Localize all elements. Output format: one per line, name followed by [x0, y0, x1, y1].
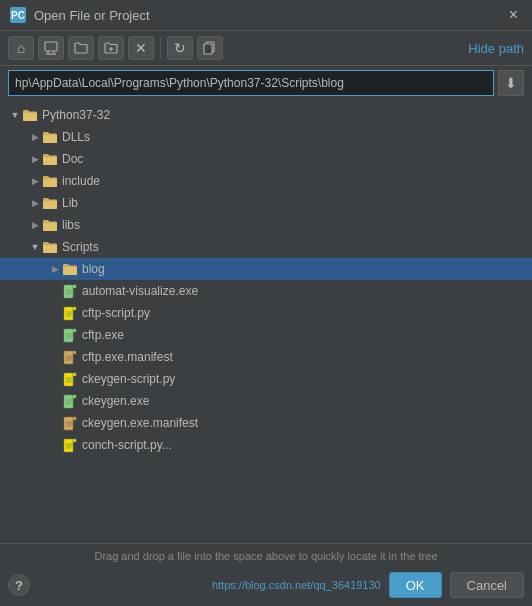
tree-item-label: Python37-32: [42, 108, 110, 122]
tree-item-label: ckeygen-script.py: [82, 372, 175, 386]
refresh-button[interactable]: ↻: [167, 36, 193, 60]
close-button[interactable]: ×: [505, 6, 522, 24]
tree-item[interactable]: ▼ Scripts: [0, 236, 532, 258]
svg-rect-28: [73, 351, 76, 354]
tree-item-label: blog: [82, 262, 105, 276]
tree-item-label: ckeygen.exe: [82, 394, 149, 408]
copy-path-button[interactable]: [197, 36, 223, 60]
svg-rect-52: [73, 439, 76, 442]
tree-item[interactable]: ckeygen.exe.manifest: [0, 412, 532, 434]
delete-button[interactable]: ✕: [128, 36, 154, 60]
svg-rect-8: [64, 285, 73, 298]
file-tree[interactable]: ▼ Python37-32▶ DLLs▶ Doc▶ include▶ Lib▶ …: [0, 100, 532, 543]
tree-item[interactable]: cftp-script.py: [0, 302, 532, 324]
file-icon: [62, 327, 78, 343]
svg-rect-7: [204, 44, 212, 54]
tree-item-label: cftp-script.py: [82, 306, 150, 320]
svg-rect-34: [73, 373, 76, 376]
tree-item[interactable]: ▼ Python37-32: [0, 104, 532, 126]
folder-button[interactable]: [68, 36, 94, 60]
bottom-bar: Drag and drop a file into the space abov…: [0, 543, 532, 566]
title-bar: PC Open File or Project ×: [0, 0, 532, 31]
path-bar: ⬇: [0, 66, 532, 100]
tree-item-label: cftp.exe.manifest: [82, 350, 173, 364]
tree-item[interactable]: ▶ DLLs: [0, 126, 532, 148]
tree-arrow-icon: ▶: [28, 174, 42, 188]
tree-arrow-icon: ▶: [28, 152, 42, 166]
tree-arrow-icon: ▶: [28, 130, 42, 144]
tree-item[interactable]: cftp.exe.manifest: [0, 346, 532, 368]
folder-link-button[interactable]: [98, 36, 124, 60]
svg-rect-26: [64, 351, 73, 364]
tree-item[interactable]: cftp.exe: [0, 324, 532, 346]
toolbar-divider: [160, 38, 161, 58]
file-icon: [62, 349, 78, 365]
tree-arrow-icon: ▶: [28, 218, 42, 232]
svg-rect-10: [73, 285, 76, 288]
path-download-button[interactable]: ⬇: [498, 70, 524, 96]
path-input[interactable]: [8, 70, 494, 96]
tree-arrow-icon: ▶: [28, 196, 42, 210]
svg-rect-0: [45, 42, 57, 51]
svg-rect-50: [64, 439, 73, 452]
folder-icon: [62, 261, 78, 277]
svg-rect-32: [64, 373, 73, 386]
file-icon: [62, 415, 78, 431]
tree-item[interactable]: ▶ Lib: [0, 192, 532, 214]
cancel-button[interactable]: Cancel: [450, 572, 524, 598]
folder-icon: [42, 173, 58, 189]
app-icon: PC: [10, 7, 26, 23]
svg-rect-14: [64, 307, 73, 320]
tree-arrow-icon: ▶: [48, 262, 62, 276]
folder-icon: [42, 151, 58, 167]
tree-arrow-icon: ▼: [8, 108, 22, 122]
folder-icon: [42, 129, 58, 145]
tree-item-label: cftp.exe: [82, 328, 124, 342]
help-button[interactable]: ?: [8, 574, 30, 596]
file-icon: [62, 283, 78, 299]
tree-item-label: Doc: [62, 152, 83, 166]
folder-icon: [42, 239, 58, 255]
action-bar: ? https://blog.csdn.net/qq_36419130 OK C…: [0, 566, 532, 606]
tree-item-label: ckeygen.exe.manifest: [82, 416, 198, 430]
tree-item[interactable]: ▶ include: [0, 170, 532, 192]
tree-arrow-icon: ▼: [28, 240, 42, 254]
file-icon: [62, 371, 78, 387]
svg-rect-44: [64, 417, 73, 430]
folder-icon: [22, 107, 38, 123]
tree-item-label: DLLs: [62, 130, 90, 144]
folder-icon: [42, 195, 58, 211]
tree-item[interactable]: ckeygen-script.py: [0, 368, 532, 390]
tree-item-label: Scripts: [62, 240, 99, 254]
tree-item[interactable]: ▶ blog: [0, 258, 532, 280]
tree-item[interactable]: ckeygen.exe: [0, 390, 532, 412]
tree-item-label: automat-visualize.exe: [82, 284, 198, 298]
url-label: https://blog.csdn.net/qq_36419130: [212, 579, 381, 591]
hide-path-button[interactable]: Hide path: [468, 41, 524, 56]
svg-rect-40: [73, 395, 76, 398]
svg-rect-20: [64, 329, 73, 342]
folder-icon: [42, 217, 58, 233]
tree-item-label: Lib: [62, 196, 78, 210]
file-icon: [62, 305, 78, 321]
home-button[interactable]: ⌂: [8, 36, 34, 60]
tree-item[interactable]: conch-script.py...: [0, 434, 532, 456]
svg-rect-22: [73, 329, 76, 332]
svg-rect-46: [73, 417, 76, 420]
file-icon: [62, 437, 78, 453]
svg-rect-38: [64, 395, 73, 408]
tree-item-label: include: [62, 174, 100, 188]
toolbar: ⌂ ✕ ↻ Hide path: [0, 31, 532, 66]
window-title: Open File or Project: [34, 8, 497, 23]
drag-hint: Drag and drop a file into the space abov…: [8, 548, 524, 564]
ok-button[interactable]: OK: [389, 572, 442, 598]
tree-item[interactable]: ▶ Doc: [0, 148, 532, 170]
tree-item[interactable]: ▶ libs: [0, 214, 532, 236]
svg-rect-16: [73, 307, 76, 310]
file-icon: [62, 393, 78, 409]
tree-item-label: conch-script.py...: [82, 438, 172, 452]
desktop-button[interactable]: [38, 36, 64, 60]
tree-item-label: libs: [62, 218, 80, 232]
tree-item[interactable]: automat-visualize.exe: [0, 280, 532, 302]
